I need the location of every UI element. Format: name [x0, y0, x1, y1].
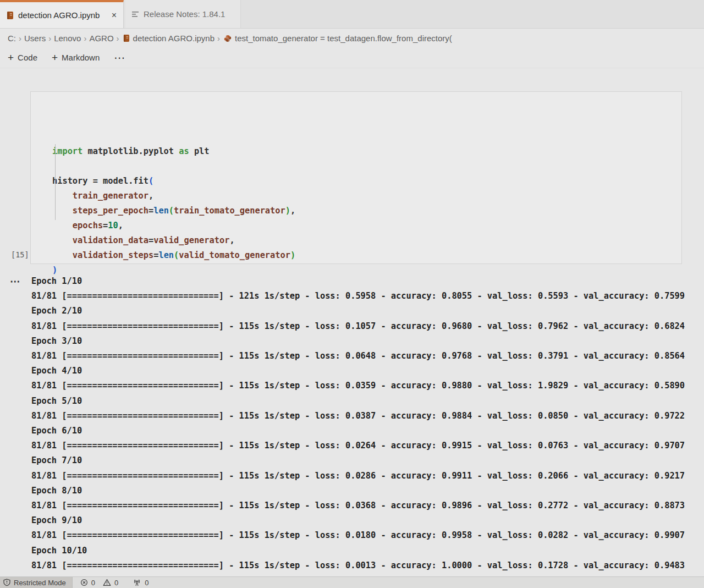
output-line: 81/81 [==============================] -… [31, 289, 704, 304]
breadcrumb-symbol[interactable]: test_tomato_generator = test_datagen.flo… [235, 34, 452, 43]
indent-guide [55, 144, 56, 220]
chevron-right-icon: › [48, 34, 51, 43]
notebook-icon [123, 34, 130, 42]
breadcrumb: C: › Users › Lenovo › AGRO › detection A… [0, 29, 704, 47]
shield-icon [3, 579, 10, 586]
chevron-right-icon: › [19, 34, 21, 43]
code-line[interactable]: validation_steps=len(valid_tomato_genera… [52, 248, 681, 263]
execution-count: [15] [11, 250, 29, 259]
output-line: 81/81 [==============================] -… [31, 438, 704, 453]
code-line[interactable]: train_generator, [52, 189, 681, 204]
warning-icon [103, 579, 111, 586]
code-line[interactable]: steps_per_epoch=len(train_tomato_generat… [52, 204, 681, 218]
breadcrumb-users[interactable]: Users [24, 34, 46, 43]
output-more-actions-icon[interactable]: ⋯ [10, 274, 21, 289]
code-cell[interactable]: import matplotlib.pyplot as plt history … [30, 91, 682, 264]
chevron-right-icon: › [84, 34, 86, 43]
output-line: Epoch 7/10 [31, 453, 704, 468]
status-bar: Restricted Mode 0 0 [0, 576, 704, 588]
add-code-cell-button[interactable]: + Code [8, 52, 37, 64]
output-line: 81/81 [==============================] -… [31, 409, 704, 424]
tab-release-notes[interactable]: Release Notes: 1.84.1 [125, 0, 241, 28]
output-line: Epoch 6/10 [31, 424, 704, 438]
notebook-toolbar: + Code + Markdown ⋯ [0, 47, 704, 68]
tab-label: detection AGRO.ipynb [18, 10, 100, 20]
code-line[interactable] [52, 159, 681, 174]
ports-indicator[interactable]: 0 [133, 579, 148, 587]
output-line: 81/81 [==============================] -… [31, 528, 704, 543]
output-line: 81/81 [==============================] -… [31, 378, 704, 393]
output-line: Epoch 10/10 [31, 543, 704, 558]
chevron-right-icon: › [217, 34, 220, 43]
restricted-mode-label: Restricted Mode [14, 579, 66, 587]
problems-indicator[interactable]: 0 0 [80, 579, 118, 587]
add-markdown-label: Markdown [62, 53, 100, 62]
output-line: Epoch 3/10 [31, 334, 704, 349]
error-icon [80, 579, 88, 586]
breadcrumb-agro[interactable]: AGRO [89, 34, 113, 43]
notebook-icon [7, 11, 14, 20]
output-line: 81/81 [==============================] -… [31, 349, 704, 364]
code-lines[interactable]: import matplotlib.pyplot as plt history … [31, 92, 681, 278]
output-line: 81/81 [==============================] -… [31, 469, 704, 483]
tab-detection-agro-ipynb[interactable]: detection AGRO.ipynb × [0, 0, 124, 28]
add-code-label: Code [18, 53, 37, 62]
output-line: 81/81 [==============================] -… [31, 498, 704, 513]
add-markdown-cell-button[interactable]: + Markdown [52, 52, 100, 64]
output-line: 81/81 [==============================] -… [31, 319, 704, 334]
breadcrumb-file[interactable]: detection AGRO.ipynb [133, 34, 215, 43]
radio-tower-icon [133, 579, 141, 586]
plus-icon: + [52, 52, 58, 64]
code-line[interactable]: history = model.fit( [52, 174, 681, 189]
plus-icon: + [8, 52, 14, 64]
output-line: 81/81 [==============================] -… [31, 558, 704, 573]
more-actions-icon[interactable]: ⋯ [114, 51, 125, 64]
tab-label: Release Notes: 1.84.1 [144, 9, 225, 19]
code-line[interactable]: epochs=10, [52, 218, 681, 233]
release-notes-icon [132, 11, 139, 18]
python-symbol-icon [224, 35, 232, 42]
close-icon[interactable]: × [112, 11, 117, 20]
restricted-mode-button[interactable]: Restricted Mode [0, 577, 73, 588]
code-line[interactable]: import matplotlib.pyplot as plt [52, 144, 681, 159]
tab-bar: detection AGRO.ipynb × Release Notes: 1.… [0, 0, 704, 29]
output-line: Epoch 8/10 [31, 483, 704, 498]
output-line: Epoch 2/10 [31, 304, 704, 318]
error-count: 0 [91, 579, 95, 587]
output-line: Epoch 1/10 [31, 274, 704, 289]
chevron-right-icon: › [117, 34, 119, 43]
output-line: Epoch 9/10 [31, 513, 704, 528]
breadcrumb-drive[interactable]: C: [8, 34, 16, 43]
warning-count: 0 [114, 579, 118, 587]
breadcrumb-lenovo[interactable]: Lenovo [54, 34, 81, 43]
output-line: Epoch 4/10 [31, 364, 704, 378]
output-lines: Epoch 1/1081/81 [=======================… [31, 274, 704, 573]
ports-count: 0 [145, 579, 148, 587]
output-line: Epoch 5/10 [31, 394, 704, 409]
code-line[interactable]: validation_data=valid_generator, [52, 233, 681, 248]
